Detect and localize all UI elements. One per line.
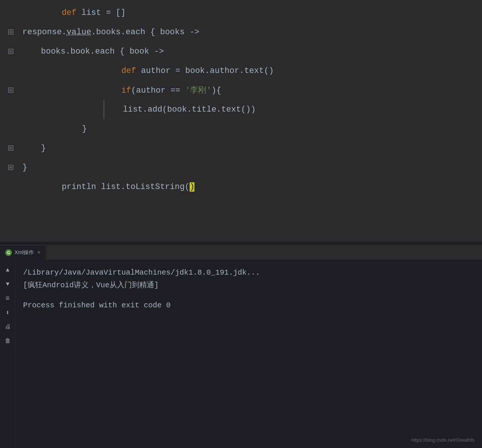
code-line-10: println list.toListString() [0,177,482,196]
print-btn[interactable]: 🖨 [3,321,13,332]
console-output: /Library/Java/JavaVirtualMachines/jdk1.8… [16,260,482,448]
console-line-exit: Process finished with exit code 0 [23,299,475,312]
app-container: def list = [] - response.value.books.eac… [0,0,482,448]
tab-label: Xml操作 [15,249,34,256]
fold-icon-line5[interactable]: - [8,87,13,93]
console-line-blank [23,292,475,299]
fold-icon-line9[interactable]: - [8,165,13,170]
code-text: response.value.books.each { books -> [22,28,199,37]
code-line-6: list.add(book.title.text()) [0,100,482,119]
code-text: } [41,144,46,153]
code-text: } [82,124,87,134]
scroll-up-btn[interactable]: ▲ [3,265,13,275]
console-line-1: /Library/Java/JavaVirtualMachines/jdk1.8… [23,266,475,279]
code-line-5: - if(author == '李刚'){ [0,80,482,100]
code-line-7: } [0,119,482,138]
console-tab-bar: G Xml操作 × [0,245,482,260]
wrap-btn[interactable]: ≡ [3,293,13,304]
fold-icon-line3[interactable]: - [8,49,13,54]
code-line-4: def author = book.author.text() [0,61,482,80]
scroll-down-btn[interactable]: ▼ [3,279,13,289]
code-line-1: def list = [] [0,3,482,22]
console-body: ▲ ▼ ≡ ⬇ 🖨 🗑 /Library/Java/JavaVirtualMac… [0,260,482,448]
console-toolbar: ▲ ▼ ≡ ⬇ 🖨 🗑 [0,260,16,448]
console-panel: G Xml操作 × ▲ ▼ ≡ ⬇ 🖨 🗑 /Library/Java/Java… [0,245,482,448]
fold-icon-line8[interactable]: - [8,145,13,151]
console-tab-xml[interactable]: G Xml操作 × [0,245,46,260]
console-line-2: [疯狂Android讲义，Vue从入门到精通] [23,279,475,292]
code-text: } [22,163,27,172]
download-btn[interactable]: ⬇ [3,307,13,318]
delete-btn[interactable]: 🗑 [3,336,13,346]
code-line-2: - response.value.books.each { books -> [0,22,482,42]
code-text: list.add(book.title.text()) [123,105,256,114]
cursor: ) [190,182,194,192]
if-block-bar [104,100,104,119]
code-text: books.book.each { book -> [41,47,164,56]
tab-icon-g: G [5,249,12,256]
watermark: https://blog.csdn.net/Greathfs [411,437,475,443]
code-line-8: - } [0,138,482,158]
fold-icon-line2[interactable]: - [8,29,13,35]
tab-close-btn[interactable]: × [37,250,40,256]
code-text: println list.toListString() [22,173,194,201]
panel-divider [0,242,482,245]
editor-area: def list = [] - response.value.books.eac… [0,0,482,242]
